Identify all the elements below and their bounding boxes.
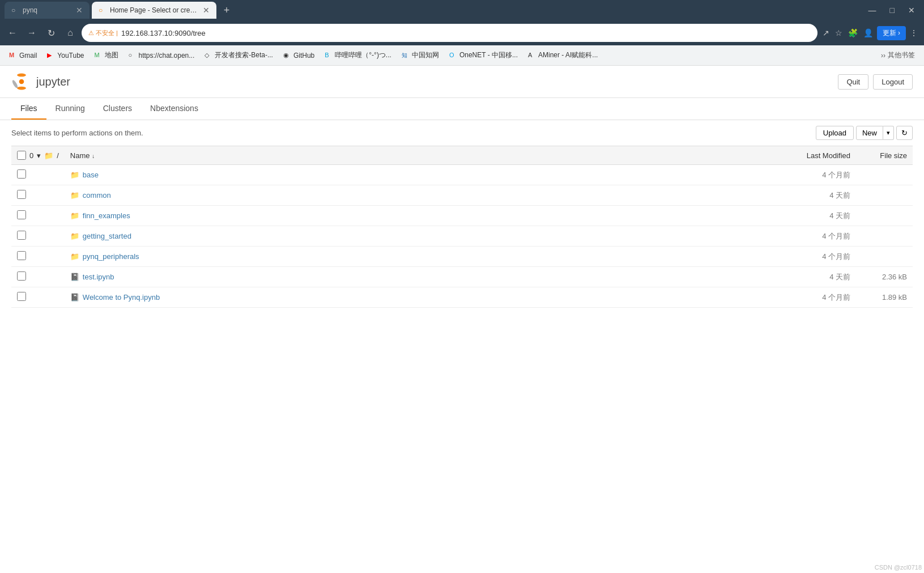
tab-homepage[interactable]: ○ Home Page - Select or create ... ✕ — [92, 2, 216, 19]
bookmarks-more[interactable]: ›› 其他书签 — [876, 48, 919, 62]
menu-icon[interactable]: ⋮ — [908, 27, 919, 39]
more-bookmarks-icon: ›› — [881, 52, 885, 60]
row-checkbox-0[interactable] — [17, 169, 26, 179]
table-row: 📁 common 4 天前 — [11, 185, 913, 206]
row-checkbox-4[interactable] — [17, 251, 26, 260]
bookmark-gmail[interactable]: M Gmail — [5, 49, 41, 62]
row-checkbox-6[interactable] — [17, 292, 26, 301]
dropdown-icon[interactable]: ▾ — [37, 151, 41, 160]
youtube-icon: ▶ — [47, 52, 55, 60]
file-action-buttons: Upload New ▾ ↻ — [816, 126, 913, 140]
file-link-4[interactable]: pynq_peripherals — [83, 252, 139, 261]
quit-button[interactable]: Quit — [838, 74, 868, 90]
last-modified-column-header[interactable]: Last Modified — [754, 146, 856, 165]
file-size-column-header[interactable]: File size — [856, 146, 913, 165]
file-list: 📁 base 4 个月前 📁 common 4 天前 📁 finn_exampl… — [11, 165, 913, 308]
tab-pynq[interactable]: ○ pynq ✕ — [5, 2, 90, 19]
row-checkbox-cell — [11, 267, 65, 287]
row-modified-cell: 4 天前 — [754, 267, 856, 287]
row-name-cell: 📁 getting_started — [65, 226, 754, 247]
bookmark-youtube[interactable]: ▶ YouTube — [42, 49, 88, 62]
title-bar: ○ pynq ✕ ○ Home Page - Select or create … — [0, 0, 924, 20]
page-content: jupyter Quit Logout Files Running Cluste… — [0, 66, 924, 573]
row-checkbox-cell — [11, 247, 65, 267]
tab-nbextensions[interactable]: Nbextensions — [141, 98, 207, 120]
select-hint: Select items to perform actions on them. — [11, 129, 143, 137]
row-checkbox-1[interactable] — [17, 190, 26, 199]
bookmark-cnki[interactable]: 知 中国知网 — [397, 48, 444, 62]
row-name-cell: 📁 common — [65, 185, 754, 206]
new-button-group: New ▾ — [856, 126, 894, 140]
extension-icon[interactable]: 🧩 — [846, 27, 859, 39]
bookmark-aminer[interactable]: A AMiner - AI赋能科... — [523, 48, 602, 62]
tab-title-2: Home Page - Select or create ... — [110, 6, 199, 14]
table-row: 📁 pynq_peripherals 4 个月前 — [11, 247, 913, 267]
bookmark-openai[interactable]: ○ https://chat.open... — [124, 49, 199, 62]
row-checkbox-5[interactable] — [17, 271, 26, 281]
file-link-2[interactable]: finn_examples — [83, 211, 130, 220]
select-all-checkbox[interactable] — [17, 151, 26, 160]
update-button[interactable]: 更新 › — [877, 26, 906, 40]
file-browser: Select items to perform actions on them.… — [0, 120, 924, 313]
file-link-1[interactable]: common — [83, 191, 111, 200]
share-icon[interactable]: ↗ — [821, 27, 831, 39]
home-button[interactable]: ⌂ — [62, 25, 78, 41]
row-modified-cell: 4 个月前 — [754, 165, 856, 185]
window-controls: — □ ✕ — [864, 3, 919, 17]
tab-close-2[interactable]: ✕ — [203, 6, 210, 15]
forward-button[interactable]: → — [24, 25, 40, 41]
file-link-5[interactable]: test.ipynb — [83, 273, 114, 281]
back-button[interactable]: ← — [5, 25, 20, 41]
row-size-cell — [856, 247, 913, 267]
row-checkbox-3[interactable] — [17, 231, 26, 240]
bookmark-onenet[interactable]: O OneNET - 中国移... — [445, 48, 522, 62]
table-row: 📓 Welcome to Pynq.ipynb 4 个月前 1.89 kB — [11, 287, 913, 308]
jupyter-header: jupyter Quit Logout — [0, 66, 924, 98]
minimize-button[interactable]: — — [864, 3, 881, 17]
row-checkbox-cell — [11, 226, 65, 247]
refresh-files-button[interactable]: ↻ — [896, 126, 913, 140]
tab-running[interactable]: Running — [46, 98, 94, 120]
row-size-cell — [856, 165, 913, 185]
tab-files[interactable]: Files — [11, 98, 46, 120]
name-column-header[interactable]: Name ↓ — [65, 146, 754, 165]
maximize-button[interactable]: □ — [885, 3, 899, 17]
logout-button[interactable]: Logout — [873, 74, 913, 90]
address-bar[interactable]: ⚠ 不安全 | 192.168.137.10:9090/tree — [82, 24, 817, 42]
row-checkbox-cell — [11, 206, 65, 226]
jupyter-logo-icon — [11, 71, 32, 92]
new-dropdown-arrow[interactable]: ▾ — [883, 126, 894, 140]
bookmark-devsearch[interactable]: ◇ 开发者搜索-Beta-... — [200, 48, 278, 62]
close-button[interactable]: ✕ — [904, 3, 919, 17]
row-checkbox-2[interactable] — [17, 210, 26, 219]
warning-icon: ⚠ — [88, 29, 94, 37]
sort-arrow-icon: ↓ — [92, 153, 95, 159]
bookmark-maps[interactable]: M 地图 — [90, 48, 123, 62]
jupyter-logo-text: jupyter — [36, 75, 70, 88]
select-all-header: 0 ▾ 📁 / — [11, 146, 65, 165]
folder-icon: 📁 — [70, 232, 79, 240]
new-button[interactable]: New — [856, 126, 883, 140]
bookmark-github[interactable]: ◉ GitHub — [279, 49, 319, 62]
bookmark-icon[interactable]: ☆ — [833, 27, 844, 39]
file-link-3[interactable]: getting_started — [83, 232, 131, 240]
tab-clusters[interactable]: Clusters — [94, 98, 141, 120]
tab-close-1[interactable]: ✕ — [76, 6, 83, 15]
row-checkbox-cell — [11, 287, 65, 308]
profile-icon[interactable]: 👤 — [862, 27, 875, 39]
row-name-cell: 📁 pynq_peripherals — [65, 247, 754, 267]
svg-point-1 — [17, 87, 26, 90]
row-name-cell: 📁 finn_examples — [65, 206, 754, 226]
tab-favicon-1: ○ — [11, 6, 19, 14]
folder-icon: 📁 — [70, 252, 79, 261]
refresh-nav-button[interactable]: ↻ — [43, 25, 59, 41]
github-icon: ◉ — [283, 52, 291, 60]
file-link-0[interactable]: base — [83, 171, 99, 179]
browser-chrome: ○ pynq ✕ ○ Home Page - Select or create … — [0, 0, 924, 66]
upload-button[interactable]: Upload — [816, 126, 854, 140]
row-size-cell: 1.89 kB — [856, 287, 913, 308]
bookmark-bilibili[interactable]: B 哔哩哔哩（°-°)つ... — [320, 48, 396, 62]
file-link-6[interactable]: Welcome to Pynq.ipynb — [83, 293, 160, 302]
row-size-cell: 2.36 kB — [856, 267, 913, 287]
new-tab-button[interactable]: + — [219, 2, 235, 18]
